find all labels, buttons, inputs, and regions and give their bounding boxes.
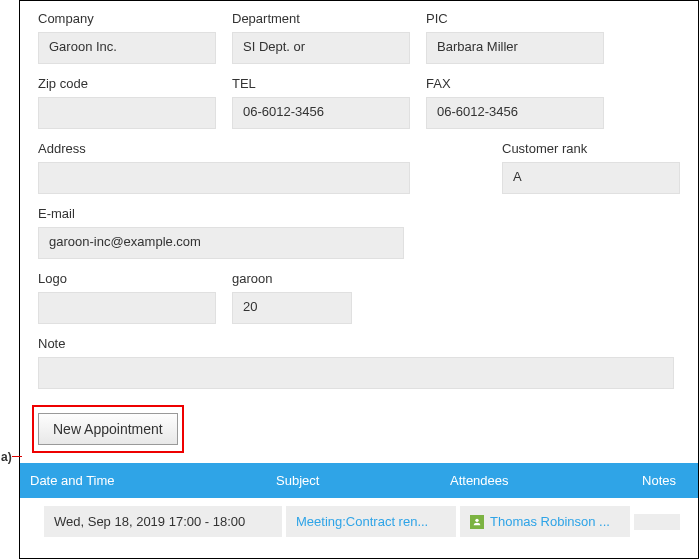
th-attendees: Attendees (450, 473, 638, 488)
garoon-field[interactable]: 20 (232, 292, 352, 324)
address-label: Address (38, 141, 410, 156)
rank-field[interactable]: A (502, 162, 680, 194)
cell-attendees[interactable]: Thomas Robinson ... (460, 506, 630, 537)
email-field[interactable]: garoon-inc@example.com (38, 227, 404, 259)
cell-subject[interactable]: Meeting:Contract ren... (286, 506, 456, 537)
company-field[interactable]: Garoon Inc. (38, 32, 216, 64)
user-icon (470, 515, 484, 529)
cell-notes (634, 514, 680, 530)
table-header: Date and Time Subject Attendees Notes (20, 463, 698, 498)
garoon-label: garoon (232, 271, 352, 286)
callout-line (12, 456, 22, 457)
rank-label: Customer rank (502, 141, 680, 156)
pic-field[interactable]: Barbara Miller (426, 32, 604, 64)
th-notes: Notes (638, 473, 676, 488)
address-field[interactable] (38, 162, 410, 194)
logo-field[interactable] (38, 292, 216, 324)
company-label: Company (38, 11, 216, 26)
highlight-box: New Appointment (32, 405, 184, 453)
fax-label: FAX (426, 76, 604, 91)
note-field[interactable] (38, 357, 674, 389)
attendee-name: Thomas Robinson ... (490, 514, 610, 529)
callout-label: a) (1, 450, 12, 464)
email-label: E-mail (38, 206, 404, 221)
department-label: Department (232, 11, 410, 26)
new-appointment-button[interactable]: New Appointment (38, 413, 178, 445)
zip-label: Zip code (38, 76, 216, 91)
zip-field[interactable] (38, 97, 216, 129)
table-row: Wed, Sep 18, 2019 17:00 - 18:00 Meeting:… (20, 498, 698, 545)
th-subject: Subject (276, 473, 450, 488)
tel-field[interactable]: 06-6012-3456 (232, 97, 410, 129)
logo-label: Logo (38, 271, 216, 286)
note-label: Note (38, 336, 674, 351)
tel-label: TEL (232, 76, 410, 91)
department-field[interactable]: SI Dept. or (232, 32, 410, 64)
svg-point-0 (475, 518, 478, 521)
cell-datetime: Wed, Sep 18, 2019 17:00 - 18:00 (44, 506, 282, 537)
pic-label: PIC (426, 11, 604, 26)
form-container: Company Garoon Inc. Department SI Dept. … (19, 0, 699, 559)
fax-field[interactable]: 06-6012-3456 (426, 97, 604, 129)
th-datetime: Date and Time (30, 473, 276, 488)
